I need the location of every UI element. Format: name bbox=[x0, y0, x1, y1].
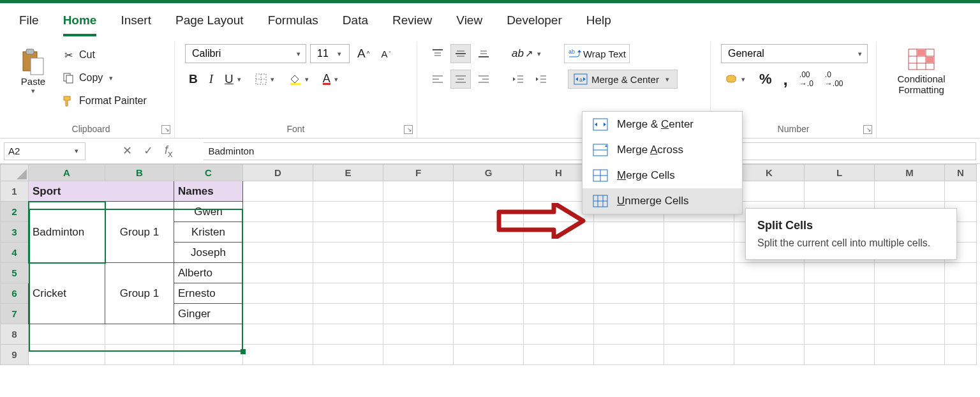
cell-D3[interactable] bbox=[243, 222, 313, 243]
row-header-6[interactable]: 6 bbox=[1, 283, 29, 304]
col-header-K[interactable]: K bbox=[734, 165, 805, 181]
cell-N7[interactable] bbox=[945, 304, 977, 324]
cell-E5[interactable] bbox=[313, 263, 383, 283]
tab-page-layout[interactable]: Page Layout bbox=[175, 11, 244, 36]
underline-button[interactable]: U▾ bbox=[221, 70, 248, 89]
cell-I7[interactable] bbox=[594, 304, 664, 324]
cut-button[interactable]: ✂ Cut bbox=[57, 44, 151, 66]
bold-button[interactable]: B bbox=[185, 70, 202, 89]
cell-C8[interactable] bbox=[174, 324, 243, 345]
chevron-down-icon[interactable]: ▾ bbox=[294, 50, 303, 58]
cell-L8[interactable] bbox=[805, 324, 875, 345]
cell-G7[interactable] bbox=[454, 304, 524, 324]
cell-J9[interactable] bbox=[664, 345, 734, 365]
cell-C7[interactable]: Ginger bbox=[174, 304, 243, 324]
cell-M6[interactable] bbox=[875, 283, 945, 304]
cell-C4[interactable]: Joseph bbox=[174, 243, 243, 263]
cell-K6[interactable] bbox=[734, 283, 805, 304]
tab-view[interactable]: View bbox=[456, 11, 482, 36]
chevron-down-icon[interactable]: ▾ bbox=[335, 50, 344, 58]
col-header-N[interactable]: N bbox=[945, 165, 977, 181]
cell-N1[interactable] bbox=[945, 181, 977, 202]
borders-button[interactable]: ▾ bbox=[251, 70, 281, 89]
select-all-corner[interactable] bbox=[1, 165, 29, 181]
cell-D6[interactable] bbox=[243, 283, 313, 304]
cell-J6[interactable] bbox=[664, 283, 734, 304]
col-header-C[interactable]: C bbox=[174, 165, 243, 181]
selection-handle[interactable] bbox=[241, 349, 246, 354]
cell-F3[interactable] bbox=[383, 222, 454, 243]
cell-G4[interactable] bbox=[454, 243, 524, 263]
dialog-launcher-number[interactable]: ↘ bbox=[863, 125, 872, 134]
font-size-input[interactable] bbox=[316, 47, 335, 60]
name-box[interactable]: A2 ▾ bbox=[4, 142, 85, 160]
cell-H4[interactable] bbox=[524, 243, 594, 263]
cell-F7[interactable] bbox=[383, 304, 454, 324]
fill-color-button[interactable]: ▾ bbox=[285, 70, 315, 89]
cell-L5[interactable] bbox=[805, 263, 875, 283]
increase-decimal-button[interactable]: .00→.0 bbox=[796, 70, 817, 89]
row-header-3[interactable]: 3 bbox=[1, 222, 29, 243]
cell-F1[interactable] bbox=[383, 181, 454, 202]
cell-A2[interactable]: Badminton bbox=[29, 202, 105, 263]
cell-L6[interactable] bbox=[805, 283, 875, 304]
wrap-text-button[interactable]: ab Wrap Text bbox=[564, 44, 630, 63]
copy-button[interactable]: Copy ▾ bbox=[57, 67, 151, 89]
chevron-down-icon[interactable]: ▾ bbox=[663, 75, 672, 84]
cell-J3[interactable] bbox=[664, 222, 734, 243]
cell-I8[interactable] bbox=[594, 324, 664, 345]
number-format-combo[interactable]: ▾ bbox=[721, 44, 868, 63]
cell-I9[interactable] bbox=[594, 345, 664, 365]
cell-I5[interactable] bbox=[594, 263, 664, 283]
cell-D2[interactable] bbox=[243, 202, 313, 222]
col-header-D[interactable]: D bbox=[243, 165, 313, 181]
col-header-B[interactable]: B bbox=[105, 165, 174, 181]
cell-E7[interactable] bbox=[313, 304, 383, 324]
cell-B5[interactable]: Group 1 bbox=[105, 263, 174, 324]
align-right-button[interactable] bbox=[473, 70, 494, 89]
cell-D5[interactable] bbox=[243, 263, 313, 283]
italic-button[interactable]: I bbox=[205, 70, 217, 89]
tab-file[interactable]: File bbox=[19, 11, 39, 36]
merge-center-button[interactable]: a Merge & Center ▾ bbox=[568, 70, 678, 89]
cell-A9[interactable] bbox=[29, 345, 105, 365]
font-name-input[interactable] bbox=[191, 47, 294, 60]
cell-J8[interactable] bbox=[664, 324, 734, 345]
col-header-A[interactable]: A bbox=[29, 165, 105, 181]
cell-H7[interactable] bbox=[524, 304, 594, 324]
font-size-combo[interactable]: ▾ bbox=[310, 44, 350, 63]
cell-F4[interactable] bbox=[383, 243, 454, 263]
cell-G9[interactable] bbox=[454, 345, 524, 365]
cell-G8[interactable] bbox=[454, 324, 524, 345]
cell-E4[interactable] bbox=[313, 243, 383, 263]
cell-N6[interactable] bbox=[945, 283, 977, 304]
row-header-2[interactable]: 2 bbox=[1, 202, 29, 222]
cell-I4[interactable] bbox=[594, 243, 664, 263]
decrease-indent-button[interactable] bbox=[508, 70, 528, 89]
cell-K9[interactable] bbox=[734, 345, 805, 365]
cell-A1[interactable]: Sport bbox=[29, 181, 174, 202]
decrease-decimal-button[interactable]: .0→.00 bbox=[821, 70, 847, 89]
align-left-button[interactable] bbox=[427, 70, 448, 89]
cell-A5[interactable]: Cricket bbox=[29, 263, 105, 324]
number-format-input[interactable] bbox=[727, 47, 856, 60]
cell-E3[interactable] bbox=[313, 222, 383, 243]
cell-D9[interactable] bbox=[243, 345, 313, 365]
cell-J4[interactable] bbox=[664, 243, 734, 263]
tab-review[interactable]: Review bbox=[392, 11, 432, 36]
cell-H6[interactable] bbox=[524, 283, 594, 304]
cell-M7[interactable] bbox=[875, 304, 945, 324]
align-middle-button[interactable] bbox=[450, 44, 471, 63]
align-bottom-button[interactable] bbox=[473, 44, 494, 63]
menu-unmerge-cells[interactable]: Unmerge Cells bbox=[583, 188, 742, 214]
cell-J5[interactable] bbox=[664, 263, 734, 283]
cell-H8[interactable] bbox=[524, 324, 594, 345]
cell-M8[interactable] bbox=[875, 324, 945, 345]
cell-E1[interactable] bbox=[313, 181, 383, 202]
accounting-format-button[interactable]: ▾ bbox=[721, 70, 752, 89]
cell-F9[interactable] bbox=[383, 345, 454, 365]
chevron-down-icon[interactable]: ▾ bbox=[72, 147, 81, 155]
paste-button[interactable]: Paste ▾ bbox=[15, 47, 51, 96]
cell-H9[interactable] bbox=[524, 345, 594, 365]
cell-E6[interactable] bbox=[313, 283, 383, 304]
